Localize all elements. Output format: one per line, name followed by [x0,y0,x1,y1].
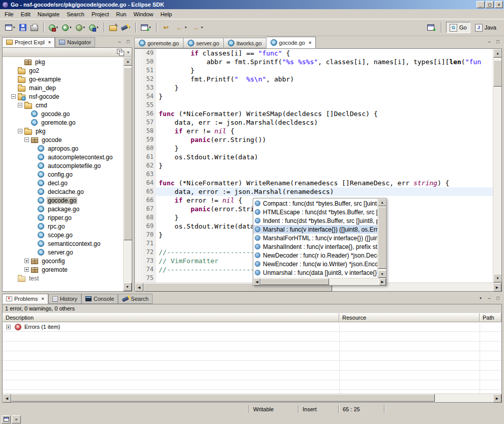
tree-item-goconfig[interactable]: +goconfig [3,257,123,265]
autocomplete-item[interactable]: MarshalForHTML : func(v interface{}) ([]… [253,234,377,242]
external-tools-button[interactable]: ▾ [47,21,60,34]
save-button[interactable] [18,21,28,34]
open-perspective-button[interactable] [426,21,436,34]
view-tab-problems[interactable]: Problems× [2,294,48,304]
view-tab-project-expl[interactable]: Project Expl× [2,37,55,47]
last-edit-location-button[interactable]: ↩ [160,21,172,34]
popup-vertical-scrollbar[interactable]: ▲ ▼ [377,199,386,278]
tree-item-goremote-go[interactable]: Ggoremote.go [3,118,123,127]
column-header-path[interactable]: Path [480,313,501,322]
collapse-all-icon[interactable] [117,49,124,55]
scroll-thumb[interactable] [124,67,132,240]
dropdown-arrow-icon[interactable]: ▾ [70,25,72,30]
maximize-button[interactable]: □ [486,1,494,8]
tree-item-gocode[interactable]: −gocode [3,135,123,144]
dropdown-arrow-icon[interactable]: ▾ [97,25,99,30]
run-history-button[interactable]: ▾ [87,21,100,34]
minimize-view-icon[interactable]: – [485,294,493,302]
new-wizard-button[interactable]: ▾ [4,21,17,34]
tree-item-gocode-go[interactable]: Ggocode.go [3,109,123,118]
tree-item-decl-go[interactable]: Gdecl.go [3,179,123,187]
tree-item-config-go[interactable]: Gconfig.go [3,170,123,179]
tree-scrollbar[interactable]: ▲ ▼ [123,57,132,291]
autocomplete-item[interactable]: Compact : func(dst *bytes.Buffer, src []… [253,199,377,208]
view-tab-navigator[interactable]: Navigator [55,37,95,47]
close-icon[interactable]: × [48,40,51,45]
view-tab-history[interactable]: History [48,294,81,304]
debug-button[interactable]: ▾ [74,21,87,34]
back-button[interactable]: ←▾ [173,21,189,34]
scroll-down-icon[interactable]: ▼ [123,282,132,291]
tree-item-server-go[interactable]: Gserver.go [3,248,123,257]
scroll-down-icon[interactable]: ▼ [378,270,386,278]
menu-project[interactable]: Project [88,10,112,18]
collapse-icon[interactable]: − [18,103,22,107]
menu-edit[interactable]: Edit [17,10,34,18]
editor-vertical-scrollbar[interactable]: ▲ ▼ [493,49,501,282]
dropdown-arrow-icon[interactable]: ▾ [201,25,203,30]
forward-button[interactable]: →▾ [189,21,204,34]
scroll-thumb[interactable] [493,60,501,87]
tree-item-autocompletecontext-go[interactable]: Gautocompletecontext.go [3,153,123,161]
autocomplete-item[interactable]: Indent : func(dst *bytes.Buffer, src []u… [253,216,377,225]
tree-item-goremote[interactable]: +goremote [3,265,123,274]
autocomplete-item[interactable]: MarshalIndent : func(v interface{}, pref… [253,242,377,251]
menu-navigate[interactable]: Navigate [34,10,63,18]
scroll-right-icon[interactable]: ▶ [379,278,386,286]
tree-item-pkg[interactable]: −pkg [3,127,123,135]
collapse-icon[interactable]: − [18,129,22,133]
minimize-view-icon[interactable]: – [485,38,493,45]
print-button[interactable] [29,21,40,34]
dropdown-arrow-icon[interactable]: ▾ [13,25,15,30]
autocomplete-item[interactable]: HTMLEscape : func(dst *bytes.Buffer, src… [253,208,377,216]
editor-tab-itworks-go[interactable]: Gitworks.go [224,38,266,48]
tree-item-main-dep[interactable]: main_dep [3,83,123,92]
popup-horizontal-scrollbar[interactable]: ◀ ▶ [253,278,386,285]
menu-search[interactable]: Search [63,10,88,18]
scroll-left-icon[interactable]: ◀ [253,278,260,286]
autocomplete-item[interactable]: Marshal : func(v interface{}) ([]uint8, … [253,225,377,234]
editor-tab-gocode-go[interactable]: Ggocode.go× [266,37,316,48]
tree-item-declcache-go[interactable]: Gdeclcache.go [3,187,123,196]
tree-item-test[interactable]: test [3,274,123,282]
tree-item-apropos-go[interactable]: Gapropos.go [3,144,123,153]
tree-item-semanticcontext-go[interactable]: Gsemanticcontext.go [3,239,123,248]
tree-item-go-example[interactable]: go-example [3,75,123,83]
dropdown-arrow-icon[interactable]: ▾ [56,25,58,30]
scroll-track[interactable] [11,394,493,402]
column-header-resource[interactable]: Resource [339,313,480,322]
minimize-view-icon[interactable]: – [115,38,124,45]
menu-file[interactable]: File [1,10,17,18]
autocomplete-item[interactable]: NewDecoder : func(r io.Reader) *json.Dec… [253,251,377,260]
editor-tab-goremote-go[interactable]: Ggoremote.go [134,38,184,48]
new-project-button[interactable]: ▾ [139,21,153,34]
scroll-up-icon[interactable]: ▲ [124,57,132,66]
scroll-left-icon[interactable]: ◀ [135,283,143,292]
view-menu-icon[interactable]: ▼ [477,294,485,302]
expand-icon[interactable]: + [24,259,29,263]
scroll-thumb[interactable] [378,207,386,269]
close-button[interactable]: × [495,1,503,8]
tree-item-go2[interactable]: go2 [3,66,123,75]
tree-item-nsf-gocode[interactable]: −nsf-gocode [3,92,123,101]
tree-item-ripper-go[interactable]: Gripper.go [3,213,123,222]
view-tab-search[interactable]: Search [118,294,153,304]
view-shortcut-icon[interactable]: » [12,415,21,423]
dropdown-arrow-icon[interactable]: ▾ [83,25,85,30]
tree-item-pkg[interactable]: pkg [3,58,123,66]
scroll-track[interactable] [260,278,379,285]
expand-icon[interactable]: + [6,325,11,329]
column-header-description[interactable]: Description [3,313,339,322]
maximize-view-icon[interactable]: □ [494,294,502,302]
fast-view-icon[interactable] [2,415,11,423]
tree-item-rpc-go[interactable]: Grpc.go [3,222,123,231]
search-button[interactable]: ▾ [120,21,132,34]
close-icon[interactable]: × [41,296,44,301]
scroll-right-icon[interactable]: ▶ [493,283,501,292]
problems-horizontal-scrollbar[interactable]: ◀ ▶ [3,393,501,402]
perspective-go-button[interactable]: GGo [446,22,470,33]
perspective-java-button[interactable]: JJava [471,22,500,33]
menu-run[interactable]: Run [112,10,130,18]
dropdown-arrow-icon[interactable]: ▾ [185,25,187,30]
menu-window[interactable]: Window [130,10,157,18]
